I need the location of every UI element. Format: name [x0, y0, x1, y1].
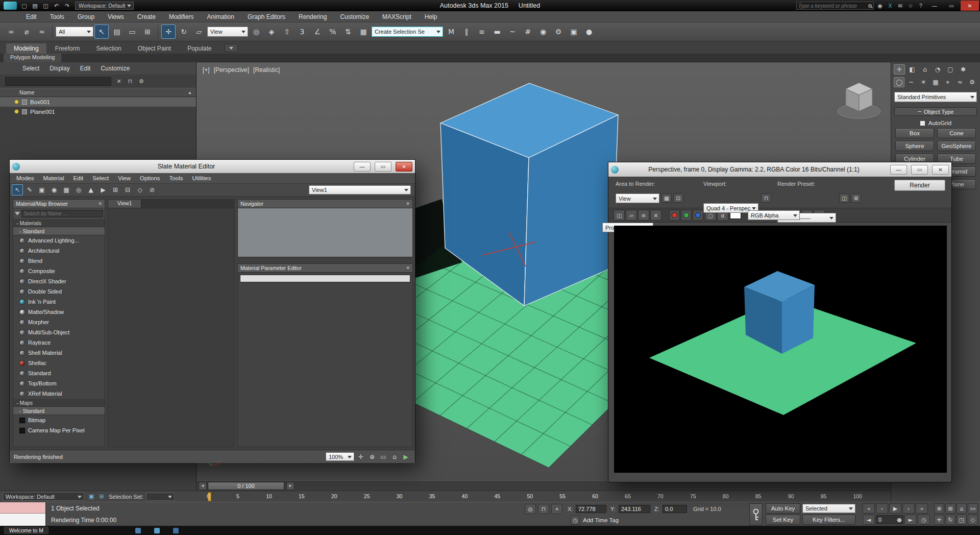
edit-named-sets-icon[interactable]: ▦: [356, 25, 371, 39]
time-slider-handle[interactable]: 0 / 100: [208, 482, 284, 490]
explorer-menu-item[interactable]: Customize: [95, 65, 135, 72]
material-list-item[interactable]: Double Sided: [13, 286, 105, 297]
slate-menu-item[interactable]: Material: [39, 175, 69, 181]
menu-item[interactable]: Create: [131, 13, 162, 20]
zoom-icon[interactable]: ⊕: [934, 503, 944, 514]
layer-manager-icon[interactable]: ≡: [475, 25, 489, 39]
navigator-preview[interactable]: [238, 208, 412, 257]
viewport-menu-general[interactable]: [+]: [203, 66, 210, 74]
taskbar-item-icon[interactable]: [173, 528, 179, 533]
map-list-item[interactable]: Bitmap: [13, 415, 105, 425]
sign-in-icon[interactable]: ◉: [875, 2, 885, 10]
window-crossing-icon[interactable]: ⊞: [140, 25, 155, 39]
viewport-menu-pov[interactable]: [Perspective]: [214, 66, 249, 74]
scene-object-row[interactable]: Plane001: [0, 107, 196, 116]
reference-coordinate-dropdown[interactable]: View: [207, 27, 248, 37]
key-selection-dropdown[interactable]: Selected: [802, 504, 855, 513]
search-icon[interactable]: [868, 4, 872, 8]
material-list-item[interactable]: Composite: [13, 266, 105, 276]
set-key-button[interactable]: Set Key: [766, 515, 800, 525]
zoom-extents-icon[interactable]: ⌂: [957, 503, 967, 514]
workspaces-icon[interactable]: ▣: [87, 493, 96, 501]
save-image-icon[interactable]: ◫: [614, 210, 625, 221]
slate-menu-item[interactable]: Modes: [12, 175, 39, 181]
space-warps-icon[interactable]: ≈: [954, 77, 965, 87]
parameter-name-field[interactable]: [240, 275, 410, 282]
menu-item[interactable]: MAXScript: [376, 13, 418, 20]
maxscript-mini-listener[interactable]: [0, 502, 46, 526]
select-and-link-icon[interactable]: ∞: [4, 25, 18, 39]
explorer-settings-icon[interactable]: ⚙: [136, 77, 146, 86]
bind-to-spacewarp-icon[interactable]: ≈: [35, 25, 49, 39]
redo-icon[interactable]: ↷: [62, 2, 72, 10]
workspace-dropdown[interactable]: Workspace: Default: [75, 2, 134, 10]
communication-center-icon[interactable]: ✉: [896, 2, 905, 10]
manage-sets-icon[interactable]: ⊞: [97, 493, 106, 501]
next-frame-icon[interactable]: ›: [902, 503, 915, 514]
walkthrough-icon[interactable]: ◇: [968, 515, 978, 525]
listener-script-row[interactable]: [0, 514, 45, 526]
layout-children-icon[interactable]: ⊟: [122, 184, 133, 196]
hide-unused-slots-icon[interactable]: ⊘: [146, 184, 158, 196]
assign-to-selection-icon[interactable]: ◉: [48, 184, 60, 196]
keyboard-override-icon[interactable]: ⇧: [280, 25, 294, 39]
absolute-mode-icon[interactable]: ⌖: [551, 504, 562, 514]
edit-region-icon[interactable]: ▦: [662, 193, 672, 203]
filter-funnel-icon[interactable]: [15, 212, 20, 218]
material-list-item[interactable]: Top/Bottom: [13, 378, 105, 388]
selection-filter-dropdown[interactable]: All: [56, 27, 93, 37]
create-tab-icon[interactable]: ✛: [894, 64, 905, 75]
save-file-icon[interactable]: ◫: [41, 2, 51, 10]
motion-tab-icon[interactable]: ◔: [932, 64, 943, 75]
map-list-item[interactable]: Camera Map Per Pixel: [13, 425, 105, 435]
cameras-icon[interactable]: ▦: [930, 77, 941, 87]
red-channel-icon[interactable]: [669, 210, 680, 221]
maximize-button[interactable]: ▭: [944, 1, 959, 11]
lock-selection-icon[interactable]: ⊓: [538, 504, 549, 514]
key-filters-button[interactable]: Key Filters...: [802, 515, 855, 525]
lock-viewport-icon[interactable]: ⊓: [761, 193, 771, 203]
selection-region-icon[interactable]: ▭: [125, 25, 139, 39]
select-by-material-icon[interactable]: ◇: [134, 184, 145, 196]
channel-display-dropdown[interactable]: RGB Alpha: [748, 210, 800, 220]
render-button[interactable]: Render: [894, 180, 945, 191]
primitive-category-dropdown[interactable]: Standard Primitives: [894, 92, 977, 102]
maps-standard-group-header[interactable]: - Standard: [13, 407, 105, 415]
percent-snap-icon[interactable]: %: [326, 25, 340, 39]
material-list-item[interactable]: Blend: [13, 256, 105, 266]
slate-close-button[interactable]: ✕: [396, 162, 412, 172]
save-preset-icon[interactable]: ◫: [839, 193, 849, 203]
ribbon-tab[interactable]: Selection: [88, 43, 129, 54]
close-button[interactable]: ✕: [961, 1, 979, 11]
area-to-render-dropdown[interactable]: View: [616, 193, 659, 203]
lights-icon[interactable]: ☀: [918, 77, 929, 87]
visibility-bulb-icon[interactable]: [14, 100, 19, 104]
maps-group-header[interactable]: - Maps: [13, 399, 105, 407]
frame-forward-arrow[interactable]: ►: [286, 482, 295, 490]
go-to-end-icon[interactable]: »: [916, 503, 928, 514]
slate-maximize-button[interactable]: ▭: [375, 162, 391, 172]
auto-region-icon[interactable]: ⊡: [673, 193, 683, 203]
ribbon-tab[interactable]: Object Paint: [130, 43, 179, 54]
add-time-tag-button[interactable]: Add Time Tag: [583, 517, 619, 523]
unlink-selection-icon[interactable]: ⌀: [19, 25, 34, 39]
viewport-menu-shading[interactable]: [Realistic]: [253, 66, 280, 74]
menu-item[interactable]: Group: [71, 13, 101, 20]
taskbar-item-icon[interactable]: [135, 528, 141, 533]
go-forward-icon[interactable]: ▶: [97, 184, 109, 196]
menu-item[interactable]: Modifiers: [162, 13, 201, 20]
explorer-name-column-header[interactable]: Name ▲: [0, 88, 196, 97]
viewcube[interactable]: [838, 83, 880, 118]
angle-snap-icon[interactable]: ∠: [310, 25, 325, 39]
menu-item[interactable]: Graph Editors: [241, 13, 292, 20]
geometry-icon[interactable]: ◯: [894, 77, 904, 87]
utilities-tab-icon[interactable]: ✱: [958, 64, 969, 75]
select-tool-icon[interactable]: ↖: [12, 184, 23, 196]
rfw-title-bar[interactable]: Perspective, frame 0, Display Gamma: 2.2…: [608, 162, 951, 177]
material-list-item[interactable]: Morpher: [13, 317, 105, 327]
visibility-bulb-icon[interactable]: [14, 109, 19, 114]
pick-material-icon[interactable]: ✎: [24, 184, 35, 196]
material-list-item[interactable]: Matte/Shadow: [13, 307, 105, 317]
rendered-frame-icon[interactable]: ▣: [567, 25, 581, 39]
explorer-menu-item[interactable]: Display: [44, 65, 75, 72]
